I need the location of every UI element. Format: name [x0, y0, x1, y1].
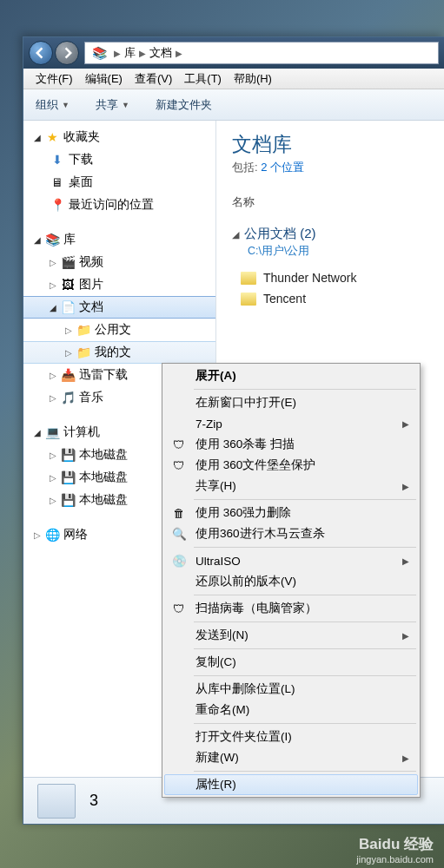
thunder-icon: 📥: [60, 367, 76, 383]
chevron-right-icon: ▶: [139, 49, 146, 58]
antivirus-icon: 🛡: [171, 601, 187, 616]
ctx-360-trojan[interactable]: 🔍使用360进行木马云查杀: [164, 523, 418, 544]
new-folder-button[interactable]: 新建文件夹: [156, 97, 212, 113]
ctx-send-to[interactable]: 发送到(N)▶: [164, 625, 418, 646]
tree-downloads[interactable]: ⬇下载: [23, 148, 215, 171]
picture-icon: 🖼: [60, 277, 76, 293]
back-button[interactable]: [29, 41, 53, 65]
file-item[interactable]: Thunder Network: [241, 271, 437, 285]
scan-icon: 🔍: [171, 526, 187, 542]
chevron-right-icon: ▶: [402, 556, 409, 566]
ctx-copy[interactable]: 复制(C): [164, 652, 418, 673]
menu-bar: 文件(F) 编辑(E) 查看(V) 工具(T) 帮助(H): [23, 69, 444, 89]
folder-icon: 📁: [76, 322, 91, 338]
ctx-ultraiso[interactable]: 💿UltraISO▶: [164, 550, 418, 571]
ctx-share[interactable]: 共享(H)▶: [164, 476, 418, 496]
ctx-rename[interactable]: 重命名(M): [164, 700, 418, 720]
share-button[interactable]: 共享▼: [96, 97, 129, 113]
computer-icon: 💻: [44, 424, 60, 440]
desktop-icon: 🖥: [50, 174, 65, 190]
library-subtitle: 包括: 2 个位置: [232, 160, 437, 175]
ctx-remove-location[interactable]: 从库中删除位置(L): [164, 679, 418, 700]
document-icon: 📄: [60, 299, 76, 315]
menu-file[interactable]: 文件(F): [30, 69, 78, 89]
delete-icon: 🗑: [171, 505, 187, 521]
tree-videos[interactable]: ▷🎬视频: [23, 251, 215, 273]
star-icon: ★: [44, 129, 60, 145]
chevron-right-icon: ▶: [114, 49, 121, 58]
locations-link[interactable]: 2 个位置: [261, 161, 304, 174]
menu-view[interactable]: 查看(V): [129, 69, 177, 89]
tree-pictures[interactable]: ▷🖼图片: [23, 273, 215, 296]
chevron-down-icon: ◢: [232, 229, 239, 240]
recent-icon: 📍: [50, 197, 65, 213]
breadcrumb-current[interactable]: 文档: [149, 45, 172, 61]
ctx-new[interactable]: 新建(W)▶: [164, 747, 418, 768]
ctx-restore[interactable]: 还原以前的版本(V): [164, 571, 418, 592]
drive-icon: 💾: [60, 492, 76, 508]
address-bar: 📚 ▶ 库 ▶ 文档 ▶: [23, 37, 444, 69]
context-menu: 展开(A) 在新窗口中打开(E) 7-Zip▶ 🛡使用 360杀毒 扫描 🛡使用…: [162, 363, 421, 798]
drive-icon: 💾: [60, 470, 76, 485]
ctx-360-force-delete[interactable]: 🗑使用 360强力删除: [164, 503, 418, 523]
ctx-360-scan[interactable]: 🛡使用 360杀毒 扫描: [164, 434, 418, 455]
ctx-7zip[interactable]: 7-Zip▶: [164, 413, 418, 434]
breadcrumb-root[interactable]: 库: [124, 45, 136, 61]
organize-button[interactable]: 组织▼: [36, 97, 70, 113]
file-group[interactable]: ◢公用文档 (2): [232, 226, 437, 242]
folder-icon: 📁: [76, 345, 91, 360]
download-icon: ⬇: [50, 152, 65, 168]
tree-my-docs[interactable]: ▷📁我的文: [23, 341, 215, 364]
chevron-right-icon: ▶: [402, 482, 409, 491]
shield-icon: 🛡: [171, 437, 187, 452]
group-path: C:\用户\公用: [248, 244, 437, 259]
menu-edit[interactable]: 编辑(E): [80, 69, 128, 89]
document-icon: [37, 784, 76, 819]
watermark: Baidu 经验 jingyan.baidu.com: [356, 834, 434, 865]
tree-libraries[interactable]: ◢📚库: [23, 228, 215, 251]
tree-favorites[interactable]: ◢★收藏夹: [23, 126, 215, 148]
file-item[interactable]: Tencent: [241, 292, 437, 306]
music-icon: 🎵: [60, 390, 76, 405]
tree-public-docs[interactable]: ▷📁公用文: [23, 319, 215, 341]
chevron-down-icon: ▼: [62, 101, 70, 109]
chevron-right-icon: ▶: [402, 631, 409, 641]
ctx-properties[interactable]: 属性(R): [164, 774, 418, 795]
chevron-right-icon: ▶: [402, 419, 409, 429]
ctx-expand[interactable]: 展开(A): [164, 365, 418, 386]
folder-icon: [241, 293, 256, 306]
shield-icon: 🛡: [171, 457, 187, 473]
column-header-name[interactable]: 名称: [232, 194, 437, 210]
chevron-right-icon: ▶: [402, 753, 409, 763]
library-icon: 📚: [44, 232, 60, 247]
library-icon: 📚: [92, 46, 107, 60]
menu-tools[interactable]: 工具(T): [179, 69, 227, 89]
drive-icon: 💾: [60, 447, 76, 463]
menu-help[interactable]: 帮助(H): [229, 69, 277, 89]
ctx-360-fortress[interactable]: 🛡使用 360文件堡垒保护: [164, 455, 418, 476]
forward-button[interactable]: [55, 41, 79, 65]
video-icon: 🎬: [60, 254, 76, 270]
library-title: 文档库: [232, 131, 437, 158]
tree-desktop[interactable]: 🖥桌面: [23, 171, 215, 194]
breadcrumb[interactable]: 📚 ▶ 库 ▶ 文档 ▶: [84, 42, 439, 64]
tree-documents[interactable]: ◢📄文档: [23, 296, 215, 319]
toolbar: 组织▼ 共享▼ 新建文件夹: [23, 89, 444, 121]
ctx-open-new-window[interactable]: 在新窗口中打开(E): [164, 392, 418, 413]
disc-icon: 💿: [171, 553, 187, 569]
tree-recent[interactable]: 📍最近访问的位置: [23, 194, 215, 216]
chevron-right-icon: ▶: [176, 49, 182, 58]
item-count: 3: [89, 792, 98, 810]
chevron-down-icon: ▼: [122, 101, 129, 109]
folder-icon: [241, 272, 256, 285]
network-icon: 🌐: [44, 527, 60, 542]
ctx-open-location[interactable]: 打开文件夹位置(I): [164, 727, 418, 747]
ctx-scan-virus[interactable]: 🛡扫描病毒（电脑管家）: [164, 598, 418, 619]
